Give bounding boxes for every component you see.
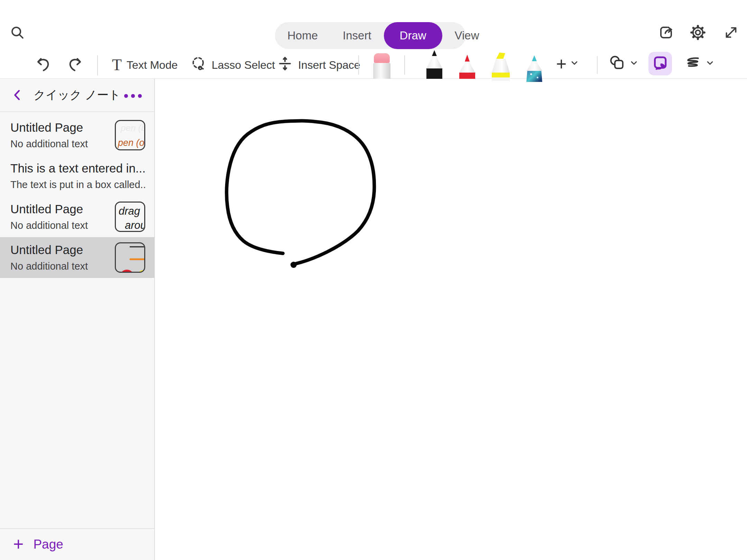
eraser-body (373, 63, 390, 79)
top-toolbar: Home Insert Draw View (0, 0, 747, 79)
yellow-highlighter-tool[interactable] (492, 53, 510, 81)
page-item-3[interactable]: Untitled Page No additional text drag ar… (0, 196, 154, 237)
toolbar-divider (358, 55, 359, 75)
add-page-button[interactable]: + Page (0, 528, 154, 560)
pen-cone (526, 61, 542, 71)
page-thumbnail (115, 242, 145, 273)
share-button[interactable] (656, 23, 676, 42)
eraser-tool[interactable] (373, 53, 390, 79)
lasso-icon (190, 55, 207, 75)
plus-icon: + (556, 57, 566, 72)
add-pen-button[interactable]: + (556, 55, 580, 74)
highlighter-band (492, 73, 510, 77)
pen-body (526, 71, 542, 82)
share-icon (658, 24, 674, 41)
onenote-app: Home Insert Draw View (0, 0, 747, 560)
tab-view[interactable]: View (442, 22, 492, 49)
ink-note-icon (652, 54, 669, 73)
sidebar-header: クイック ノート (0, 79, 154, 112)
chevron-down-icon (629, 58, 639, 71)
fullscreen-button[interactable] (721, 23, 741, 42)
text-mode-label: Text Mode (127, 59, 178, 72)
plus-icon: + (13, 537, 24, 552)
toolbar-divider (404, 55, 405, 75)
page-subtitle: No additional text (10, 261, 109, 272)
page-subtitle: The text is put in a box called... (10, 179, 145, 190)
page-thumbnail: pen (bl pen (ora (115, 120, 145, 150)
page-item-4-selected[interactable]: Untitled Page No additional text (0, 237, 154, 278)
pen-tip (532, 55, 537, 61)
highlighter-base (492, 77, 510, 81)
page-list: Untitled Page No additional text pen (bl… (0, 112, 154, 278)
ink-note-button-active[interactable] (648, 52, 672, 75)
highlighter-body (492, 59, 510, 73)
page-title: Untitled Page (10, 202, 109, 216)
gear-icon (690, 24, 706, 41)
eraser-cap (374, 53, 390, 63)
redo-button[interactable] (64, 55, 84, 75)
page-subtitle: No additional text (10, 138, 109, 150)
toolbar-divider (97, 55, 98, 75)
expand-icon (723, 25, 739, 40)
tab-insert[interactable]: Insert (330, 22, 384, 49)
tab-home[interactable]: Home (275, 22, 330, 49)
more-options-button[interactable] (124, 94, 142, 98)
chevron-left-icon (10, 88, 24, 102)
ellipsis-icon (124, 94, 128, 98)
pen-cone (426, 56, 442, 68)
page-subtitle: No additional text (10, 220, 109, 231)
drawing-canvas[interactable] (156, 79, 747, 560)
chevron-down-icon (705, 58, 715, 71)
text-mode-icon: T (112, 57, 122, 73)
back-button[interactable] (10, 88, 24, 102)
page-item-1[interactable]: Untitled Page No additional text pen (bl… (0, 115, 154, 156)
ribbon-tab-strip: Home Insert Draw View (275, 22, 466, 49)
insert-space-icon (277, 55, 293, 75)
page-sidebar: クイック ノート Untitled Page No additional tex… (0, 79, 155, 560)
shapes-icon (609, 54, 626, 74)
tab-draw[interactable]: Draw (384, 22, 442, 49)
insert-space-label: Insert Space (298, 59, 360, 72)
toolbar-divider (597, 56, 598, 74)
pen-cone (459, 62, 475, 73)
lasso-select-button[interactable]: Lasso Select (190, 55, 275, 75)
undo-button[interactable] (34, 55, 54, 75)
search-button[interactable] (8, 24, 26, 41)
settings-button[interactable] (688, 23, 708, 42)
pen-tip (465, 55, 470, 62)
undo-icon (35, 56, 53, 74)
page-title: Untitled Page (10, 243, 109, 257)
page-title: This is a text entered in... (10, 161, 145, 175)
page-title: Untitled Page (10, 121, 109, 134)
pen-body (426, 68, 442, 79)
thumbnail-sketch (116, 243, 145, 273)
redo-icon (65, 56, 83, 74)
page-thumbnail: drag arou (115, 202, 145, 232)
scribble-icon (684, 54, 701, 74)
galaxy-pen-tool[interactable] (526, 55, 542, 82)
search-icon (9, 25, 25, 40)
black-pen-tool[interactable] (426, 50, 442, 79)
red-pen-tool[interactable] (459, 55, 475, 79)
chevron-down-icon (569, 58, 580, 71)
page-item-2[interactable]: This is a text entered in... The text is… (0, 156, 154, 196)
pen-tip (432, 50, 437, 56)
lasso-select-label: Lasso Select (212, 59, 275, 72)
shapes-button[interactable] (609, 55, 639, 74)
ink-stroke-circle (156, 79, 747, 560)
highlighter-tip (496, 53, 505, 59)
text-mode-button[interactable]: T Text Mode (112, 55, 178, 75)
ink-to-shape-button[interactable] (684, 55, 715, 74)
add-page-label: Page (33, 537, 63, 552)
pen-body (459, 73, 475, 79)
insert-space-button[interactable]: Insert Space (277, 55, 360, 75)
